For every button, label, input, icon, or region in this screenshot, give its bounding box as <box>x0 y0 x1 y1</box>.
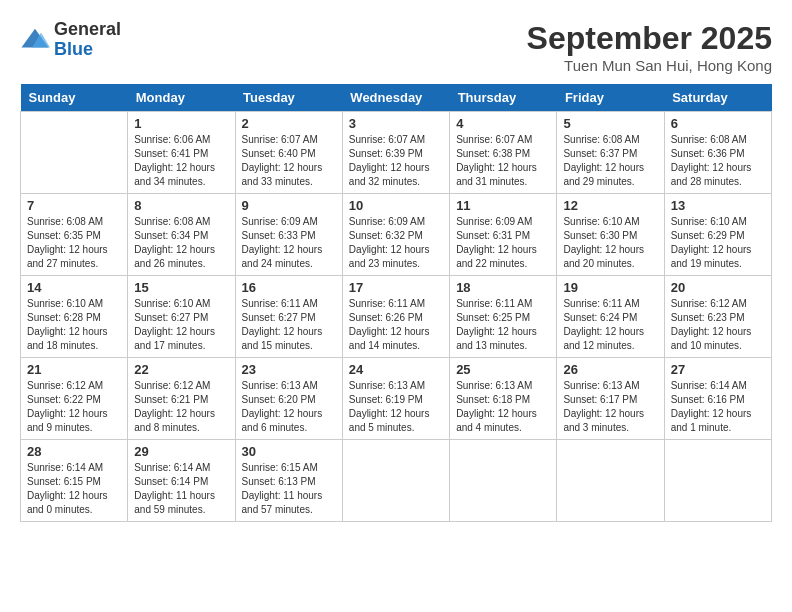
calendar-cell: 9Sunrise: 6:09 AM Sunset: 6:33 PM Daylig… <box>235 194 342 276</box>
calendar-cell: 28Sunrise: 6:14 AM Sunset: 6:15 PM Dayli… <box>21 440 128 522</box>
calendar-table: SundayMondayTuesdayWednesdayThursdayFrid… <box>20 84 772 522</box>
day-detail: Sunrise: 6:13 AM Sunset: 6:18 PM Dayligh… <box>456 379 550 435</box>
day-number: 5 <box>563 116 657 131</box>
day-detail: Sunrise: 6:10 AM Sunset: 6:28 PM Dayligh… <box>27 297 121 353</box>
day-number: 10 <box>349 198 443 213</box>
calendar-week-row: 21Sunrise: 6:12 AM Sunset: 6:22 PM Dayli… <box>21 358 772 440</box>
calendar-cell: 27Sunrise: 6:14 AM Sunset: 6:16 PM Dayli… <box>664 358 771 440</box>
weekday-header: Thursday <box>450 84 557 112</box>
calendar-cell: 23Sunrise: 6:13 AM Sunset: 6:20 PM Dayli… <box>235 358 342 440</box>
day-detail: Sunrise: 6:12 AM Sunset: 6:21 PM Dayligh… <box>134 379 228 435</box>
day-number: 11 <box>456 198 550 213</box>
day-number: 14 <box>27 280 121 295</box>
calendar-cell: 15Sunrise: 6:10 AM Sunset: 6:27 PM Dayli… <box>128 276 235 358</box>
calendar-week-row: 1Sunrise: 6:06 AM Sunset: 6:41 PM Daylig… <box>21 112 772 194</box>
calendar-cell: 30Sunrise: 6:15 AM Sunset: 6:13 PM Dayli… <box>235 440 342 522</box>
day-number: 19 <box>563 280 657 295</box>
calendar-cell: 18Sunrise: 6:11 AM Sunset: 6:25 PM Dayli… <box>450 276 557 358</box>
day-number: 16 <box>242 280 336 295</box>
calendar-cell <box>342 440 449 522</box>
calendar-cell: 20Sunrise: 6:12 AM Sunset: 6:23 PM Dayli… <box>664 276 771 358</box>
calendar-week-row: 7Sunrise: 6:08 AM Sunset: 6:35 PM Daylig… <box>21 194 772 276</box>
weekday-header: Sunday <box>21 84 128 112</box>
day-detail: Sunrise: 6:10 AM Sunset: 6:30 PM Dayligh… <box>563 215 657 271</box>
calendar-cell: 19Sunrise: 6:11 AM Sunset: 6:24 PM Dayli… <box>557 276 664 358</box>
day-detail: Sunrise: 6:14 AM Sunset: 6:15 PM Dayligh… <box>27 461 121 517</box>
calendar-cell: 11Sunrise: 6:09 AM Sunset: 6:31 PM Dayli… <box>450 194 557 276</box>
weekday-header: Monday <box>128 84 235 112</box>
day-number: 29 <box>134 444 228 459</box>
day-detail: Sunrise: 6:14 AM Sunset: 6:16 PM Dayligh… <box>671 379 765 435</box>
day-detail: Sunrise: 6:13 AM Sunset: 6:17 PM Dayligh… <box>563 379 657 435</box>
page-header: General Blue September 2025 Tuen Mun San… <box>20 20 772 74</box>
day-number: 2 <box>242 116 336 131</box>
calendar-week-row: 28Sunrise: 6:14 AM Sunset: 6:15 PM Dayli… <box>21 440 772 522</box>
day-detail: Sunrise: 6:09 AM Sunset: 6:32 PM Dayligh… <box>349 215 443 271</box>
calendar-cell: 8Sunrise: 6:08 AM Sunset: 6:34 PM Daylig… <box>128 194 235 276</box>
calendar-cell <box>450 440 557 522</box>
day-detail: Sunrise: 6:11 AM Sunset: 6:27 PM Dayligh… <box>242 297 336 353</box>
day-detail: Sunrise: 6:09 AM Sunset: 6:33 PM Dayligh… <box>242 215 336 271</box>
day-number: 20 <box>671 280 765 295</box>
calendar-cell: 3Sunrise: 6:07 AM Sunset: 6:39 PM Daylig… <box>342 112 449 194</box>
day-detail: Sunrise: 6:07 AM Sunset: 6:38 PM Dayligh… <box>456 133 550 189</box>
day-number: 13 <box>671 198 765 213</box>
day-detail: Sunrise: 6:14 AM Sunset: 6:14 PM Dayligh… <box>134 461 228 517</box>
weekday-header: Tuesday <box>235 84 342 112</box>
title-block: September 2025 Tuen Mun San Hui, Hong Ko… <box>527 20 772 74</box>
day-number: 30 <box>242 444 336 459</box>
calendar-cell: 29Sunrise: 6:14 AM Sunset: 6:14 PM Dayli… <box>128 440 235 522</box>
calendar-cell <box>664 440 771 522</box>
weekday-header: Saturday <box>664 84 771 112</box>
weekday-header-row: SundayMondayTuesdayWednesdayThursdayFrid… <box>21 84 772 112</box>
day-number: 18 <box>456 280 550 295</box>
day-detail: Sunrise: 6:07 AM Sunset: 6:40 PM Dayligh… <box>242 133 336 189</box>
day-detail: Sunrise: 6:08 AM Sunset: 6:37 PM Dayligh… <box>563 133 657 189</box>
day-number: 21 <box>27 362 121 377</box>
day-number: 22 <box>134 362 228 377</box>
day-detail: Sunrise: 6:13 AM Sunset: 6:19 PM Dayligh… <box>349 379 443 435</box>
calendar-cell: 24Sunrise: 6:13 AM Sunset: 6:19 PM Dayli… <box>342 358 449 440</box>
day-number: 23 <box>242 362 336 377</box>
day-number: 27 <box>671 362 765 377</box>
logo-general: General <box>54 20 121 40</box>
day-number: 15 <box>134 280 228 295</box>
day-detail: Sunrise: 6:12 AM Sunset: 6:23 PM Dayligh… <box>671 297 765 353</box>
logo-blue: Blue <box>54 40 121 60</box>
day-detail: Sunrise: 6:13 AM Sunset: 6:20 PM Dayligh… <box>242 379 336 435</box>
calendar-cell: 6Sunrise: 6:08 AM Sunset: 6:36 PM Daylig… <box>664 112 771 194</box>
calendar-cell <box>21 112 128 194</box>
day-detail: Sunrise: 6:10 AM Sunset: 6:29 PM Dayligh… <box>671 215 765 271</box>
logo: General Blue <box>20 20 121 60</box>
day-detail: Sunrise: 6:06 AM Sunset: 6:41 PM Dayligh… <box>134 133 228 189</box>
day-number: 8 <box>134 198 228 213</box>
day-number: 3 <box>349 116 443 131</box>
calendar-cell: 5Sunrise: 6:08 AM Sunset: 6:37 PM Daylig… <box>557 112 664 194</box>
calendar-cell: 10Sunrise: 6:09 AM Sunset: 6:32 PM Dayli… <box>342 194 449 276</box>
calendar-cell: 21Sunrise: 6:12 AM Sunset: 6:22 PM Dayli… <box>21 358 128 440</box>
calendar-cell: 4Sunrise: 6:07 AM Sunset: 6:38 PM Daylig… <box>450 112 557 194</box>
day-number: 6 <box>671 116 765 131</box>
calendar-cell: 13Sunrise: 6:10 AM Sunset: 6:29 PM Dayli… <box>664 194 771 276</box>
day-number: 1 <box>134 116 228 131</box>
calendar-cell: 22Sunrise: 6:12 AM Sunset: 6:21 PM Dayli… <box>128 358 235 440</box>
calendar-cell: 14Sunrise: 6:10 AM Sunset: 6:28 PM Dayli… <box>21 276 128 358</box>
day-number: 24 <box>349 362 443 377</box>
day-detail: Sunrise: 6:11 AM Sunset: 6:26 PM Dayligh… <box>349 297 443 353</box>
month-title: September 2025 <box>527 20 772 57</box>
calendar-cell: 2Sunrise: 6:07 AM Sunset: 6:40 PM Daylig… <box>235 112 342 194</box>
calendar-week-row: 14Sunrise: 6:10 AM Sunset: 6:28 PM Dayli… <box>21 276 772 358</box>
day-detail: Sunrise: 6:11 AM Sunset: 6:25 PM Dayligh… <box>456 297 550 353</box>
weekday-header: Wednesday <box>342 84 449 112</box>
day-detail: Sunrise: 6:11 AM Sunset: 6:24 PM Dayligh… <box>563 297 657 353</box>
day-number: 9 <box>242 198 336 213</box>
day-detail: Sunrise: 6:12 AM Sunset: 6:22 PM Dayligh… <box>27 379 121 435</box>
day-detail: Sunrise: 6:09 AM Sunset: 6:31 PM Dayligh… <box>456 215 550 271</box>
day-detail: Sunrise: 6:10 AM Sunset: 6:27 PM Dayligh… <box>134 297 228 353</box>
day-number: 26 <box>563 362 657 377</box>
calendar-cell: 12Sunrise: 6:10 AM Sunset: 6:30 PM Dayli… <box>557 194 664 276</box>
day-detail: Sunrise: 6:08 AM Sunset: 6:35 PM Dayligh… <box>27 215 121 271</box>
calendar-cell <box>557 440 664 522</box>
location: Tuen Mun San Hui, Hong Kong <box>527 57 772 74</box>
day-number: 4 <box>456 116 550 131</box>
